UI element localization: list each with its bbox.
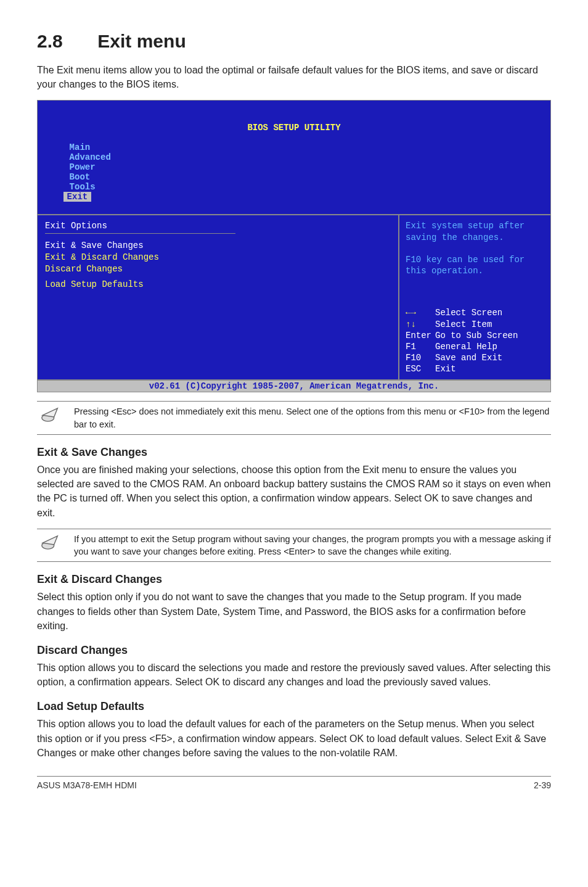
key-ud: ↑↓ [406, 319, 435, 330]
bios-item-discard: Discard Changes [45, 263, 391, 275]
bios-right-pane: Exit system setup after saving the chang… [399, 215, 550, 379]
section-discard-body: This option allows you to discard the se… [37, 661, 551, 689]
heading-number: 2.8 [37, 31, 92, 52]
key-ud-label: Select Item [435, 320, 492, 329]
section-exit-save-title: Exit & Save Changes [37, 446, 551, 459]
bios-tab-advanced: Advanced [63, 152, 117, 162]
key-esc-label: Exit [435, 364, 456, 374]
key-lr-label: Select Screen [435, 308, 502, 318]
section-exit-discard-body: Select this option only if you do not wa… [37, 590, 551, 633]
page-footer: ASUS M3A78-EMH HDMI 2-39 [37, 776, 551, 790]
footer-left: ASUS M3A78-EMH HDMI [37, 780, 137, 790]
key-enter-label: Go to Sub Screen [435, 331, 518, 340]
key-f10-label: Save and Exit [435, 353, 502, 363]
bios-utility-title: BIOS SETUP UTILITY [43, 123, 545, 133]
key-esc: ESC [406, 363, 435, 374]
note-esc-text: Pressing <Esc> does not immediately exit… [74, 405, 551, 431]
note-icon [37, 405, 64, 427]
section-discard-title: Discard Changes [37, 644, 551, 657]
bios-copyright: v02.61 (C)Copyright 1985-2007, American … [38, 379, 550, 392]
intro-paragraph: The Exit menu items allow you to load th… [37, 63, 551, 91]
key-enter: Enter [406, 330, 435, 341]
key-lr: ←→ [406, 307, 435, 318]
section-load-defaults-body: This option allows you to load the defau… [37, 717, 551, 760]
bios-item-exit-save: Exit & Save Changes [45, 240, 391, 252]
note-save: If you attempt to exit the Setup program… [37, 529, 551, 563]
bios-tab-power: Power [63, 162, 102, 172]
heading-title: Exit menu [97, 31, 186, 51]
note-icon [37, 533, 64, 555]
bios-help-text: Exit system setup after saving the chang… [406, 220, 544, 276]
bios-tab-main: Main [63, 142, 97, 152]
bios-tab-tools: Tools [63, 182, 102, 192]
bios-tab-exit: Exit [63, 192, 92, 202]
footer-right: 2-39 [534, 780, 551, 790]
bios-menubar: BIOS SETUP UTILITY Main Advanced Power B… [38, 101, 550, 214]
note-save-text: If you attempt to exit the Setup program… [74, 533, 551, 558]
key-f10: F10 [406, 352, 435, 363]
bios-item-exit-discard: Exit & Discard Changes [45, 252, 391, 263]
bios-item-load-defaults: Load Setup Defaults [45, 279, 391, 291]
note-esc: Pressing <Esc> does not immediately exit… [37, 401, 551, 435]
section-exit-discard-title: Exit & Discard Changes [37, 573, 551, 586]
section-load-defaults-title: Load Setup Defaults [37, 700, 551, 713]
section-exit-save-body: Once you are finished making your select… [37, 463, 551, 520]
key-f1: F1 [406, 341, 435, 352]
bios-key-legend: ←→Select Screen ↑↓Select Item EnterGo to… [406, 307, 544, 374]
bios-section-header: Exit Options [45, 220, 391, 232]
bios-left-pane: Exit Options Exit & Save Changes Exit & … [38, 215, 399, 379]
bios-screenshot: BIOS SETUP UTILITY Main Advanced Power B… [37, 100, 551, 392]
key-f1-label: General Help [435, 342, 497, 352]
bios-tab-boot: Boot [63, 172, 97, 182]
page-heading: 2.8 Exit menu [37, 31, 551, 52]
